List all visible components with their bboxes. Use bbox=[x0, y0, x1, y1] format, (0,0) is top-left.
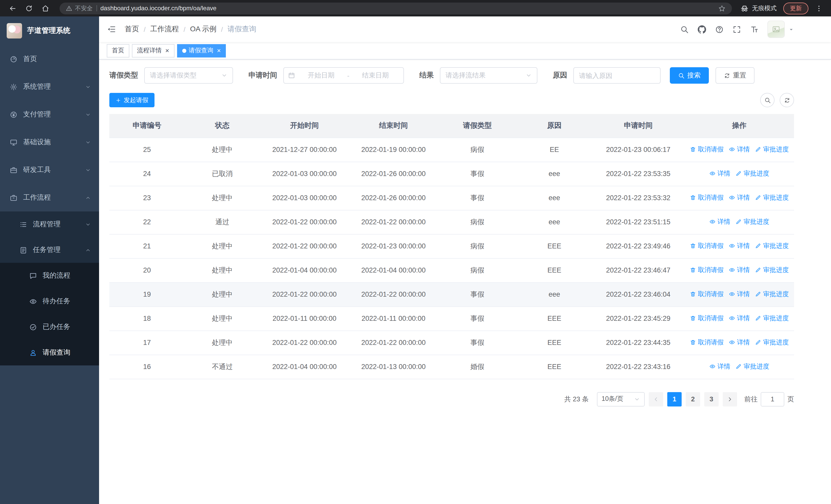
action-detail[interactable]: 详情 bbox=[729, 145, 750, 154]
action-progress[interactable]: 审批进度 bbox=[755, 266, 789, 274]
action-progress[interactable]: 审批进度 bbox=[755, 314, 789, 323]
action-progress[interactable]: 审批进度 bbox=[755, 242, 789, 250]
action-detail[interactable]: 详情 bbox=[709, 169, 730, 178]
user-menu[interactable] bbox=[767, 21, 794, 38]
browser-reload-button[interactable] bbox=[23, 2, 35, 14]
app-logo[interactable]: 芋道管理系统 bbox=[0, 17, 99, 45]
cell-actions: 详情审批进度 bbox=[684, 355, 794, 379]
apply-time-range[interactable]: 开始日期 - 结束日期 bbox=[283, 67, 404, 84]
tab-label: 流程详情 bbox=[137, 46, 162, 55]
chevron-left-icon bbox=[653, 396, 659, 402]
tab-close-icon[interactable]: × bbox=[217, 47, 221, 54]
fullscreen-icon[interactable] bbox=[733, 25, 741, 34]
action-cancel[interactable]: 取消请假 bbox=[690, 338, 724, 347]
tab-label: 首页 bbox=[112, 46, 124, 55]
reason-input[interactable] bbox=[573, 67, 661, 84]
action-progress[interactable]: 审批进度 bbox=[755, 194, 789, 202]
cell-type: 病假 bbox=[438, 138, 517, 162]
bookmark-star-icon[interactable] bbox=[718, 4, 726, 12]
dashboard-icon bbox=[10, 55, 18, 63]
tab-home[interactable]: 首页 bbox=[107, 44, 130, 57]
action-detail[interactable]: 详情 bbox=[729, 338, 750, 347]
browser-back-button[interactable] bbox=[6, 2, 19, 14]
action-detail[interactable]: 详情 bbox=[729, 194, 750, 202]
prev-page-button[interactable] bbox=[649, 392, 663, 406]
toggle-search-button[interactable] bbox=[760, 93, 775, 107]
sidebar-item-devtools[interactable]: 研发工具 bbox=[0, 156, 99, 184]
action-cancel[interactable]: 取消请假 bbox=[690, 194, 724, 202]
leave-type-select[interactable]: 请选择请假类型 bbox=[144, 67, 233, 84]
action-progress[interactable]: 审批进度 bbox=[755, 338, 789, 347]
refresh-table-button[interactable] bbox=[780, 93, 794, 107]
browser-home-button[interactable] bbox=[39, 2, 51, 14]
table-tools bbox=[760, 93, 794, 107]
result-select[interactable]: 请选择流结果 bbox=[440, 67, 537, 84]
sidebar-item-todo-tasks[interactable]: 待办任务 bbox=[0, 289, 99, 314]
action-cancel[interactable]: 取消请假 bbox=[690, 314, 724, 323]
tab-process-detail[interactable]: 流程详情× bbox=[132, 44, 174, 57]
header-search-icon[interactable] bbox=[680, 25, 689, 34]
column-header: 申请编号 bbox=[109, 114, 184, 138]
create-leave-button[interactable]: 发起请假 bbox=[109, 93, 154, 107]
tab-close-icon[interactable]: × bbox=[165, 47, 169, 54]
page-button-2[interactable]: 2 bbox=[686, 392, 700, 406]
reset-button[interactable]: 重置 bbox=[716, 67, 754, 84]
sidebar-item-system[interactable]: 系统管理 bbox=[0, 73, 99, 100]
search-button[interactable]: 搜索 bbox=[670, 67, 709, 84]
breadcrumb-item[interactable]: 首页 bbox=[125, 25, 139, 34]
sidebar-item-process-mgmt[interactable]: 流程管理 bbox=[0, 211, 99, 237]
action-label: 审批进度 bbox=[763, 290, 789, 299]
browser-menu-icon[interactable] bbox=[815, 4, 823, 12]
sidebar-item-infra[interactable]: 基础设施 bbox=[0, 128, 99, 156]
action-progress[interactable]: 审批进度 bbox=[736, 217, 769, 226]
help-icon[interactable] bbox=[715, 25, 724, 34]
breadcrumb-item[interactable]: OA 示例 bbox=[190, 25, 217, 34]
trash-icon bbox=[690, 195, 696, 201]
github-icon[interactable] bbox=[697, 25, 706, 34]
action-detail[interactable]: 详情 bbox=[729, 290, 750, 299]
action-cancel[interactable]: 取消请假 bbox=[690, 290, 724, 299]
action-detail[interactable]: 详情 bbox=[729, 242, 750, 250]
action-label: 详情 bbox=[737, 338, 750, 347]
tab-leave-query[interactable]: 请假查询× bbox=[177, 44, 226, 57]
action-label: 取消请假 bbox=[698, 290, 724, 299]
action-detail[interactable]: 详情 bbox=[729, 314, 750, 323]
page-size-select[interactable]: 10条/页 bbox=[597, 392, 645, 406]
result-placeholder: 请选择流结果 bbox=[446, 71, 522, 80]
breadcrumb-item[interactable]: 工作流程 bbox=[150, 25, 179, 34]
sidebar-item-leave-query[interactable]: 请假查询 bbox=[0, 340, 99, 365]
update-button[interactable]: 更新 bbox=[783, 2, 808, 14]
action-progress[interactable]: 审批进度 bbox=[736, 362, 769, 371]
column-header: 结束时间 bbox=[349, 114, 438, 138]
sidebar-toggle-button[interactable] bbox=[99, 17, 124, 42]
security-warning-label: 不安全 bbox=[75, 4, 93, 12]
sidebar-item-my-process[interactable]: 我的流程 bbox=[0, 263, 99, 289]
next-page-button[interactable] bbox=[723, 392, 737, 406]
sidebar-item-home[interactable]: 首页 bbox=[0, 45, 99, 73]
address-bar[interactable]: 不安全 dashboard.yudao.iocoder.cn/bpm/oa/le… bbox=[60, 2, 732, 14]
update-label: 更新 bbox=[790, 5, 802, 11]
cell-id: 22 bbox=[109, 210, 184, 234]
cell-status: 处理中 bbox=[184, 138, 260, 162]
table-toolbar: 发起请假 bbox=[109, 93, 794, 107]
security-warning[interactable]: 不安全 bbox=[66, 4, 93, 12]
action-progress[interactable]: 审批进度 bbox=[736, 169, 769, 178]
sidebar-item-done-tasks[interactable]: 已办任务 bbox=[0, 314, 99, 340]
action-progress[interactable]: 审批进度 bbox=[755, 290, 789, 299]
page-button-1[interactable]: 1 bbox=[667, 392, 682, 406]
cell-actions: 取消请假详情审批进度 bbox=[684, 306, 794, 330]
action-detail[interactable]: 详情 bbox=[709, 362, 730, 371]
sidebar-item-task-mgmt[interactable]: 任务管理 bbox=[0, 237, 99, 263]
action-progress[interactable]: 审批进度 bbox=[755, 145, 789, 154]
action-detail[interactable]: 详情 bbox=[729, 266, 750, 274]
sidebar-item-payment[interactable]: 支付管理 bbox=[0, 100, 99, 128]
action-cancel[interactable]: 取消请假 bbox=[690, 242, 724, 250]
table-row: 16不通过2022-01-04 00:00:002022-01-13 00:00… bbox=[109, 355, 794, 379]
action-cancel[interactable]: 取消请假 bbox=[690, 266, 724, 274]
page-button-3[interactable]: 3 bbox=[704, 392, 719, 406]
action-cancel[interactable]: 取消请假 bbox=[690, 145, 724, 154]
font-size-icon[interactable] bbox=[750, 25, 758, 34]
sidebar-item-workflow[interactable]: 工作流程 bbox=[0, 184, 99, 211]
goto-page-input[interactable] bbox=[761, 392, 784, 406]
action-detail[interactable]: 详情 bbox=[709, 217, 730, 226]
